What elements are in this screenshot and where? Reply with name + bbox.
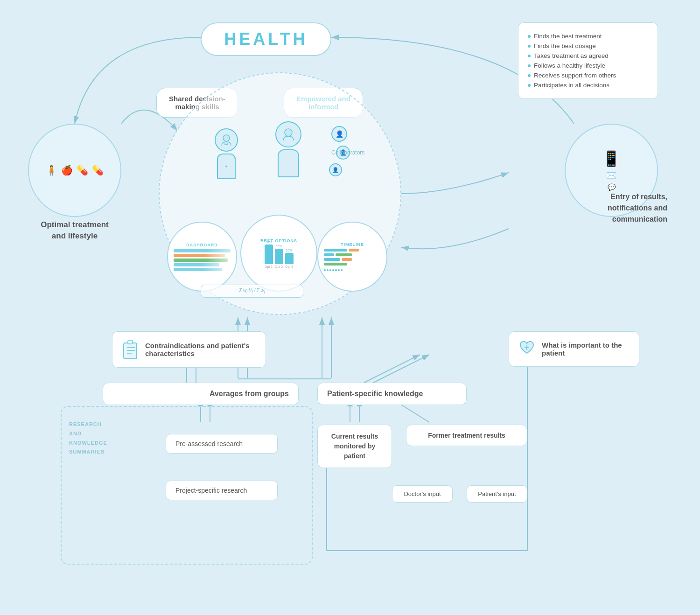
patient-body: [278, 149, 299, 177]
doctor-head: [215, 128, 238, 152]
bullet-dot: [528, 64, 531, 67]
person-icon: 🧍: [46, 165, 57, 176]
bullet-text: Participates in all decisions: [534, 82, 609, 89]
collaborator-1: 👤: [331, 126, 347, 142]
tl-seg: [324, 249, 347, 252]
phone-icon: 📱: [602, 150, 621, 168]
tl-seg: [349, 249, 359, 252]
collaborators-label: Collaborators: [331, 149, 364, 156]
tl-seg: [324, 258, 340, 261]
bullet-dot: [528, 84, 531, 87]
bullet-text: Takes treatment as agreed: [534, 52, 609, 59]
tl-seg: [324, 263, 347, 266]
doctor-figure: +: [215, 128, 238, 179]
dashboard-row-1: [174, 249, 231, 252]
important-text: What is important to the patient: [542, 341, 630, 357]
patients-input-box: Patient's input: [467, 485, 527, 503]
chat-icon: 💬: [608, 183, 616, 191]
svg-point-19: [223, 135, 230, 141]
bullet-box: Finds the best treatment Finds the best …: [518, 22, 658, 99]
tl-seg: [342, 258, 352, 261]
timeline-rows: [324, 249, 381, 271]
tl-row-3: [324, 258, 381, 261]
contra-text: Contraindications and patient's characte…: [145, 342, 256, 357]
timeline-title: TIMELINE: [341, 242, 364, 247]
contra-box: Contraindications and patient's characte…: [112, 331, 266, 368]
bar-3: [285, 253, 294, 264]
tl-row-4: [324, 263, 381, 266]
svg-point-23: [285, 129, 292, 136]
pill2-icon: 💊: [92, 165, 104, 176]
svg-rect-24: [124, 343, 137, 359]
bullet-item: Finds the best treatment: [528, 31, 648, 41]
pre-assessed-box: Pre-assessed research: [166, 434, 278, 454]
patient-specific-box: Patient-specific knowledge: [317, 383, 467, 405]
bullet-dot: [528, 55, 531, 57]
svg-rect-28: [128, 340, 133, 344]
bar-2: [275, 249, 283, 264]
bullet-text: Finds the best treatment: [534, 33, 602, 40]
tl-row-1: [324, 249, 381, 252]
svg-line-10: [373, 355, 429, 383]
bullet-item: Participates in all decisions: [528, 80, 648, 90]
bullet-item: Follows a healthy lifestyle: [528, 61, 648, 70]
pill-icon: 💊: [77, 165, 88, 176]
timeline-circle: TIMELINE: [317, 222, 387, 292]
svg-line-9: [364, 355, 420, 383]
diagram-container: HEALTH Finds the best treatment Finds th…: [0, 0, 700, 615]
bullet-list: Finds the best treatment Finds the best …: [528, 31, 648, 90]
doctors-input-box: Doctor's input: [392, 485, 453, 503]
doctor-body: +: [217, 154, 236, 179]
tl-row-2: [324, 253, 381, 256]
dashboard-row-2: [174, 254, 225, 257]
tl-seg: [336, 253, 352, 256]
formula-area: Σ wi·Vi / Σ wi: [201, 285, 303, 298]
former-treatment-box: Former treatment results: [406, 425, 527, 446]
patients-input-text: Patient's input: [478, 490, 516, 497]
left-circle-label: Optimal treatment and lifestyle: [33, 219, 117, 242]
patient-head: [275, 121, 301, 147]
apple-icon: 🍎: [61, 165, 73, 176]
averages-box: Averages from groups: [103, 383, 299, 405]
dashboard-circle: DASHBOARD: [167, 222, 237, 292]
health-bubble: HEALTH: [201, 22, 331, 56]
pre-assessed-text: Pre-assessed research: [175, 440, 243, 447]
patient-figure: [275, 121, 301, 177]
important-box: What is important to the patient: [509, 331, 639, 367]
dashboard-row-5: [174, 268, 222, 271]
current-results-text: Current results monitored by patient: [331, 433, 378, 460]
bullet-text: Finds the best dosage: [534, 42, 596, 49]
best-options-chart: 70% Opt 1 65% Opt 2 55% Opt 3: [265, 245, 294, 268]
bullet-dot: [528, 74, 531, 77]
tl-dots: [324, 269, 381, 271]
left-icons: 🧍 🍎 💊 💊: [41, 160, 108, 181]
bullet-text: Receives support from others: [534, 72, 616, 79]
clipboard-icon: [122, 339, 139, 360]
bullet-item: Takes treatment as agreed: [528, 51, 648, 61]
formula-text: Σ wi·Vi / Σ wi: [239, 288, 265, 293]
dashboard-table: [174, 249, 231, 271]
former-text: Former treatment results: [428, 432, 505, 439]
bullet-dot: [528, 45, 531, 48]
dashboard-row-4: [174, 263, 219, 266]
right-circle-label: Entry of results, notifications and comm…: [574, 191, 667, 225]
bullet-dot: [528, 35, 531, 38]
project-specific-box: Project-specific research: [166, 481, 278, 500]
project-specific-text: Project-specific research: [175, 487, 247, 494]
patient-specific-text: Patient-specific knowledge: [327, 390, 423, 398]
doctors-input-text: Doctor's input: [404, 490, 441, 497]
averages-text: Averages from groups: [210, 390, 289, 398]
best-options-circle: BEST OPTIONS 70% Opt 1 65% Opt 2 55% Opt…: [240, 215, 317, 292]
envelope-icon: ✉️: [606, 170, 616, 181]
left-circle: 🧍 🍎 💊 💊: [28, 124, 121, 217]
bullet-item: Finds the best dosage: [528, 41, 648, 51]
collaborator-3: 👤: [329, 163, 342, 176]
bullet-text: Follows a healthy lifestyle: [534, 62, 605, 69]
research-label: RESEARCH AND KNOWLEDGE SUMMARIES: [69, 420, 107, 457]
heart-icon: [518, 339, 535, 359]
bar-1: [265, 245, 273, 264]
health-title: HEALTH: [224, 29, 308, 49]
tl-seg: [324, 253, 334, 256]
current-results-box: Current results monitored by patient: [317, 425, 392, 468]
dashboard-row-3: [174, 259, 228, 262]
